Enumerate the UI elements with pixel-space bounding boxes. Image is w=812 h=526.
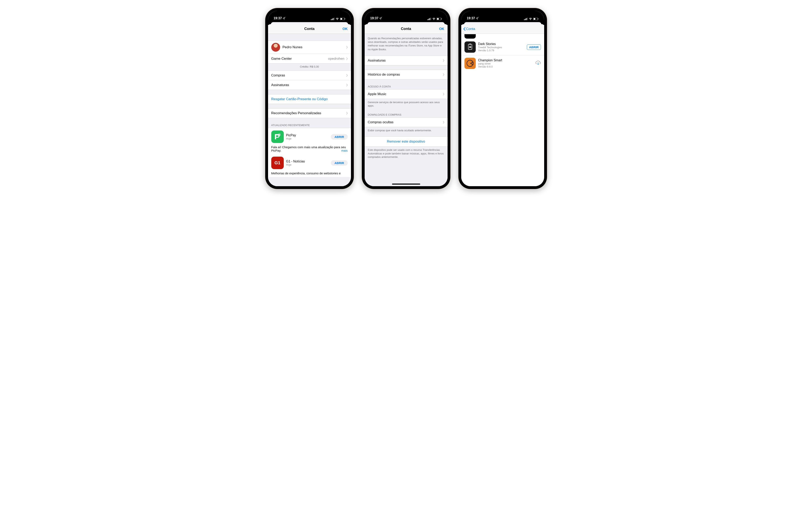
app-version: Versão 9.8.0 [478, 65, 533, 68]
svg-rect-15 [441, 18, 442, 19]
wifi-icon [432, 18, 435, 20]
app-name: PicPay [286, 134, 329, 137]
battery-icon [533, 18, 538, 20]
cellular-icon [427, 18, 431, 20]
historico-row[interactable]: Histórico de compras [365, 70, 448, 79]
app-icon-dark-stories: ☠ [464, 42, 476, 53]
profile-row[interactable]: Pedro Nunes [268, 41, 351, 54]
svg-rect-9 [427, 19, 428, 20]
open-button[interactable]: ABRIR [331, 160, 348, 166]
more-link[interactable]: mais [341, 149, 348, 152]
open-button[interactable]: ABRIR [331, 134, 348, 139]
svg-rect-19 [527, 18, 528, 20]
status-time: 19:37 [274, 16, 282, 20]
wifi-icon [529, 18, 532, 20]
nav-back-label: Conta [466, 27, 475, 31]
notch [291, 11, 328, 16]
app-name: Champion Smart [478, 59, 533, 62]
svg-text:☠: ☠ [469, 45, 471, 48]
content-area[interactable]: ☠ Dark Stories Treebit Technologies Vers… [461, 34, 544, 186]
applemusic-row[interactable]: Apple Music [365, 89, 448, 99]
nav-back-button[interactable]: Conta [463, 27, 475, 31]
phone-frame-3: 19:37 Conta ☠ [459, 8, 547, 189]
chevron-icon [443, 59, 444, 62]
content-area[interactable]: Quando as Recomendações personalizadas e… [365, 34, 448, 186]
remove-device-button[interactable]: Remover este dispositivo [365, 136, 448, 147]
gamecenter-label: Game Center [271, 57, 328, 61]
compras-row[interactable]: Compras [268, 71, 351, 80]
screen-1: 19:37 Conta OK Pedro Nunes Gam [268, 11, 351, 186]
svg-rect-16 [524, 19, 525, 20]
battery-icon [437, 18, 442, 20]
wifi-icon [336, 18, 339, 20]
update-note-text: Fala aí! Chegamos com mais uma atualizaç… [271, 145, 346, 152]
app-name: Dark Stories [478, 42, 525, 46]
nav-ok-button[interactable]: OK [439, 27, 444, 31]
status-time: 19:37 [467, 16, 475, 20]
chevron-icon [346, 74, 348, 77]
cell-label: Apple Music [368, 92, 443, 96]
assinaturas-label: Assinaturas [271, 83, 346, 87]
chevron-icon [443, 73, 444, 76]
svg-rect-1 [332, 19, 332, 20]
svg-rect-8 [279, 134, 280, 135]
recommendations-row[interactable]: Recomendações Personalizadas [268, 108, 351, 118]
app-row-champion-smart[interactable]: Champion Smart yang ximei Versão 9.8.0 [461, 55, 544, 71]
location-icon [282, 17, 285, 20]
phone-frame-2: 19:37 Conta OK Quando as Recomendações p… [362, 8, 450, 189]
gamecenter-value: opedrohen [328, 57, 344, 61]
remove-footer: Este dispositivo pode ser usado com o re… [365, 147, 448, 159]
update-note: Melhorias de experiência, consumo de web… [268, 171, 351, 177]
assinaturas-row[interactable]: Assinaturas [365, 56, 448, 65]
location-icon [379, 17, 382, 20]
app-icon-picpay [271, 131, 284, 143]
open-button[interactable]: ABRIR [527, 44, 541, 50]
status-time: 19:37 [370, 16, 378, 20]
phone-frame-1: 19:37 Conta OK Pedro Nunes Gam [265, 8, 354, 189]
cellular-icon [524, 18, 528, 20]
svg-rect-2 [333, 18, 333, 20]
svg-rect-3 [334, 18, 334, 20]
nav-title: Conta [304, 27, 315, 31]
cell-label: Assinaturas [368, 59, 443, 62]
chevron-icon [346, 46, 348, 49]
svg-rect-6 [345, 18, 345, 19]
nav-bar: Conta OK [268, 24, 351, 34]
svg-rect-14 [437, 18, 439, 20]
downloads-section-header: DOWNLOADS E COMPRAS [365, 112, 448, 117]
redeem-label: Resgatar Cartão-Presente ou Código [271, 97, 348, 101]
battery-icon [340, 18, 345, 20]
app-sub: Hoje [286, 137, 329, 140]
acesso-footer: Gerencie serviços de terceiros que possu… [365, 99, 448, 108]
nav-ok-button[interactable]: OK [343, 27, 348, 31]
screen-3: 19:37 Conta ☠ [461, 11, 544, 186]
svg-rect-0 [331, 19, 331, 20]
home-indicator[interactable] [392, 184, 420, 184]
ocultas-footer: Exibir compras que você havia ocultado a… [365, 127, 448, 132]
svg-rect-18 [526, 18, 527, 20]
app-row-g1[interactable]: G1 G1 - Notícias Hoje ABRIR [268, 154, 351, 171]
app-row-picpay[interactable]: PicPay Hoje ABRIR [268, 128, 351, 145]
chevron-left-icon [463, 27, 466, 31]
svg-rect-17 [525, 19, 526, 20]
app-row-dark-stories[interactable]: ☠ Dark Stories Treebit Technologies Vers… [461, 39, 544, 55]
assinaturas-row[interactable]: Assinaturas [268, 80, 351, 90]
redeem-row[interactable]: Resgatar Cartão-Presente ou Código [268, 94, 351, 104]
svg-rect-5 [340, 18, 342, 20]
updated-section-header: ATUALIZADO RECENTEMENTE [268, 122, 351, 128]
credit-label: Crédito: R$ 0,30 [268, 63, 351, 70]
partial-app-icon [464, 34, 476, 39]
app-icon-champion-smart [464, 58, 476, 69]
cell-label: Histórico de compras [368, 73, 443, 77]
chevron-icon [346, 84, 348, 87]
cell-label: Compras ocultas [368, 120, 443, 124]
compras-label: Compras [271, 73, 346, 77]
content-area[interactable]: Pedro Nunes Game Center opedrohen Crédit… [268, 34, 351, 186]
compras-ocultas-row[interactable]: Compras ocultas [365, 117, 448, 127]
notch [388, 11, 424, 16]
svg-rect-10 [429, 19, 429, 20]
download-cloud-icon[interactable] [535, 61, 541, 66]
gamecenter-row[interactable]: Game Center opedrohen [268, 54, 351, 63]
app-dev: yang ximei [478, 62, 533, 65]
location-icon [476, 17, 479, 20]
